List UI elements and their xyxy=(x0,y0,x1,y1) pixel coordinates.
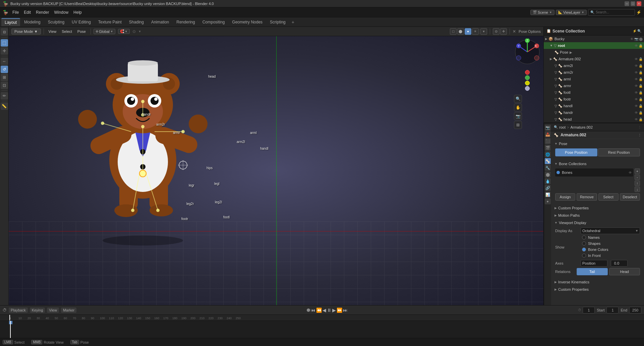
visibility-icon-handr[interactable]: 👁 xyxy=(635,111,638,115)
playback-menu[interactable]: Playback xyxy=(9,307,28,313)
props-tab-render[interactable]: 📷 xyxy=(545,125,551,131)
gizmo-btn[interactable]: ✛ xyxy=(500,28,507,35)
props-options-icon[interactable]: ⋮ xyxy=(638,125,641,129)
names-checkbox[interactable] xyxy=(582,235,586,239)
tool-cursor[interactable]: ✛ xyxy=(1,47,8,55)
outliner-item-armature002[interactable]: ▶ 🦴 Armature.002 👁 🔒 xyxy=(544,56,644,62)
bone-collection-bones[interactable]: Bones 👁 xyxy=(555,168,633,177)
global-search-input[interactable]: Search... xyxy=(596,10,609,14)
scene-dropdown-icon[interactable]: ▼ xyxy=(549,11,552,14)
viewport-pose-menu[interactable]: Pose xyxy=(75,29,88,34)
tab-modeling[interactable]: Modeling xyxy=(21,18,44,26)
props-tab-output[interactable]: 📤 xyxy=(545,131,551,137)
tool-transform[interactable]: ⊡ xyxy=(1,82,8,89)
axes-dropdown[interactable]: Position xyxy=(581,260,607,267)
custom-properties-top-header[interactable]: ▶ Custom Properties xyxy=(552,205,643,211)
overlay-btn[interactable]: ⊙ xyxy=(493,28,500,35)
timeline-track[interactable] xyxy=(0,321,644,338)
outliner-item-bucky[interactable]: ▶ 📦 Bucky 👁 📷 ⬤ xyxy=(544,36,644,42)
restrict-icon-footr[interactable]: 🔒 xyxy=(639,97,643,101)
current-frame-input[interactable]: 1 xyxy=(583,307,595,314)
visibility-icon-arml[interactable]: 👁 xyxy=(635,77,638,81)
outliner-item-handr[interactable]: ▽ 🦴 handr 👁 🔒 xyxy=(544,109,644,116)
pose-mode-button[interactable]: Pose Mode ▼ xyxy=(11,28,41,34)
axes-number[interactable] xyxy=(611,260,628,267)
custom-properties-bottom-header[interactable]: ▶ Custom Properties xyxy=(552,286,643,293)
props-tab-world[interactable]: 🌐 xyxy=(545,151,551,157)
orientation-selector[interactable]: ⊕ Global ▼ xyxy=(94,29,115,34)
tab-compositing[interactable]: Compositing xyxy=(199,18,228,26)
props-tab-scene[interactable]: 🎬 xyxy=(545,145,551,151)
hand-pan-icon[interactable]: ✋ xyxy=(514,103,522,112)
pose-position-btn[interactable]: Pose Position xyxy=(555,148,597,156)
outliner-item-handl[interactable]: ▽ 🦴 handl 👁 🔒 xyxy=(544,102,644,109)
tool-move[interactable]: ↔ xyxy=(1,58,8,65)
tab-scripting[interactable]: Scripting xyxy=(267,18,289,26)
restrict-icon-arm2l[interactable]: 🔒 xyxy=(639,64,643,68)
rest-position-btn[interactable]: Rest Position xyxy=(598,148,640,156)
start-frame-input[interactable]: 1 xyxy=(606,307,619,314)
tab-uv-editing[interactable]: UV Editing xyxy=(68,18,94,26)
viewport-select-menu[interactable]: Select xyxy=(60,29,74,34)
visibility-icon-arm2l[interactable]: 👁 xyxy=(635,64,638,68)
maximize-button[interactable]: □ xyxy=(631,1,635,6)
tool-annotate[interactable]: ✏ xyxy=(1,92,8,99)
tool-measure[interactable]: 📏 xyxy=(1,102,8,110)
tool-select-box[interactable]: ⬚ xyxy=(1,39,8,47)
menu-file[interactable]: File xyxy=(10,9,21,15)
display-as-dropdown[interactable]: Octahedral ▼ xyxy=(581,227,640,234)
remove-btn[interactable]: Remove xyxy=(577,193,597,201)
visibility-icon-arm002[interactable]: 👁 xyxy=(635,57,638,61)
restrict-icon-head[interactable]: 🔒 xyxy=(639,118,643,121)
assign-btn[interactable]: Assign xyxy=(555,193,575,201)
bone-collection-add-btn[interactable]: + xyxy=(635,168,640,174)
outliner-item-armr[interactable]: ▽ 🦴 armr 👁 🔒 xyxy=(544,82,644,89)
tab-animation[interactable]: Animation xyxy=(148,18,172,26)
visibility-icon-footr[interactable]: 👁 xyxy=(635,97,638,101)
minimize-button[interactable]: ─ xyxy=(625,1,629,6)
restrict-icon-handl[interactable]: 🔒 xyxy=(639,104,643,108)
marker-menu[interactable]: Marker xyxy=(61,307,76,313)
shading-options-btn[interactable]: ▼ xyxy=(480,28,487,35)
rendered-btn[interactable]: ☀ xyxy=(472,28,479,35)
step-forward-btn[interactable]: ⏩ xyxy=(337,307,342,313)
breadcrumb-armature[interactable]: Armature.002 xyxy=(570,125,593,129)
tab-geometry-nodes[interactable]: Geometry Nodes xyxy=(229,18,266,26)
tool-rotate[interactable]: ↺ xyxy=(1,66,8,73)
outliner-item-arm2l[interactable]: ▽ 🦴 arm2l 👁 🔒 xyxy=(544,62,644,69)
viewport-display-header[interactable]: ▼ Viewport Display xyxy=(552,219,643,226)
restrict-icon-arm002[interactable]: 🔒 xyxy=(639,57,643,61)
props-tab-constraints[interactable]: 🔗 xyxy=(545,185,551,191)
menu-render[interactable]: Render xyxy=(34,9,51,15)
stop-btn[interactable]: ⏸ xyxy=(327,307,332,313)
zoom-in-icon[interactable]: 🔍 xyxy=(514,95,522,103)
jump-end-btn[interactable]: ⏭ xyxy=(343,307,348,313)
armature-options-btn[interactable]: ⋮ xyxy=(638,133,641,137)
step-back-btn[interactable]: ⏪ xyxy=(316,307,322,313)
visibility-icon-armr[interactable]: 👁 xyxy=(635,84,638,88)
breadcrumb-root[interactable]: root xyxy=(559,125,566,129)
tab-sculpting[interactable]: Sculpting xyxy=(45,18,68,26)
visibility-icon-bucky[interactable]: 👁 xyxy=(630,37,634,41)
visibility-icon-head[interactable]: 👁 xyxy=(635,118,638,121)
outliner-filter-icon[interactable]: ⚡ xyxy=(633,29,637,33)
outliner-item-footr[interactable]: ▽ 🦴 footr 👁 🔒 xyxy=(544,96,644,102)
tool-scale[interactable]: ⊞ xyxy=(1,74,8,81)
menu-edit[interactable]: Edit xyxy=(22,9,33,15)
motion-paths-header[interactable]: ▶ Motion Paths xyxy=(552,212,643,219)
visibility-icon-handl[interactable]: 👁 xyxy=(635,104,638,108)
wireframe-btn[interactable]: ◻ xyxy=(450,28,457,35)
render-vis-icon-bucky[interactable]: ⬤ xyxy=(639,37,643,41)
outliner-search-icon[interactable]: 🔍 xyxy=(637,29,641,33)
keying-menu[interactable]: Keying xyxy=(30,307,45,313)
outliner-item-footl[interactable]: ▽ 🦴 footl 👁 🔒 xyxy=(544,89,644,96)
props-tab-material[interactable]: ● xyxy=(545,198,551,204)
bone-collections-header[interactable]: ▼ Bone Collections xyxy=(552,160,643,167)
props-tab-view[interactable]: ⬛ xyxy=(545,138,551,144)
shapes-checkbox[interactable] xyxy=(582,241,586,246)
material-preview-btn[interactable]: ● xyxy=(465,28,471,35)
filter-icon[interactable]: ⚡ xyxy=(636,10,641,15)
blender-logo-icon[interactable]: 🦆 xyxy=(3,10,8,15)
tab-shading[interactable]: Shading xyxy=(126,18,147,26)
visibility-icon-arm2r[interactable]: 👁 xyxy=(635,71,638,74)
